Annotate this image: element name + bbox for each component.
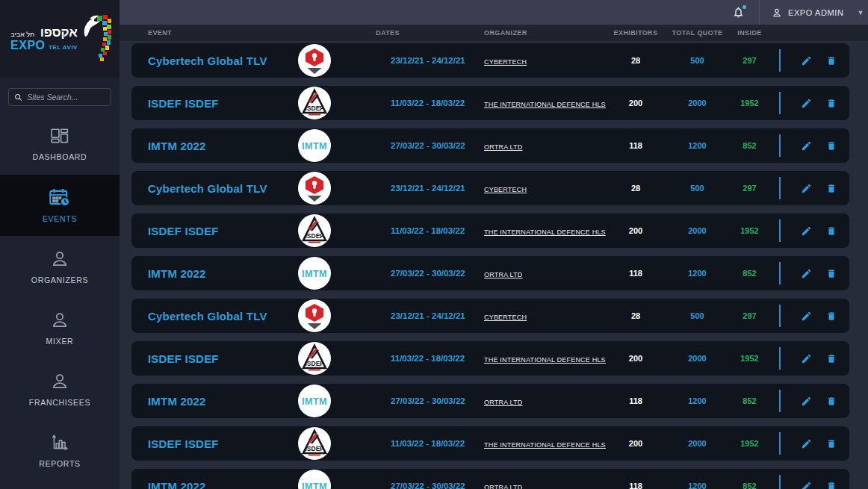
edit-button[interactable] — [801, 481, 812, 489]
organizer-link[interactable]: CYBERTECH — [484, 186, 527, 193]
sidebar: אקספו תל אביב EXPO TEL AVIV — [0, 0, 120, 489]
isdef-logo-icon: ISDEF — [298, 427, 331, 460]
organizer-link[interactable]: ORTRA LTD — [484, 399, 522, 406]
sidebar-item-label: REPORTS — [39, 459, 80, 468]
organizer-link[interactable]: THE INTERNATIONAL DEFENCE HLS — [484, 228, 606, 236]
delete-button[interactable] — [826, 353, 837, 364]
edit-button[interactable] — [801, 55, 812, 66]
logo-latin-sub: TEL AVIV — [49, 44, 78, 51]
trash-icon — [826, 98, 837, 109]
delete-button[interactable] — [826, 55, 837, 66]
trash-icon — [826, 268, 837, 279]
edit-button[interactable] — [801, 268, 812, 279]
organizer-link[interactable]: THE INTERNATIONAL DEFENCE HLS — [484, 356, 606, 364]
sidebar-item-dashboard[interactable]: DASHBOARD — [0, 113, 120, 175]
total-quote-value: 500 — [666, 311, 729, 320]
svg-text:IMTM: IMTM — [302, 482, 327, 489]
organizer-link[interactable]: ORTRA LTD — [484, 143, 522, 151]
person-icon — [50, 249, 69, 269]
isdef-logo-icon: ISDEF — [298, 214, 331, 247]
exhibitors-count: 28 — [606, 184, 666, 193]
event-dates: 11/03/22 - 18/03/22 — [341, 99, 479, 108]
total-quote-value: 2000 — [666, 99, 729, 108]
pencil-icon — [801, 311, 812, 322]
inside-count: 1952 — [729, 226, 770, 235]
organizer-link[interactable]: THE INTERNATIONAL DEFENCE HLS — [484, 441, 606, 449]
organizer-link[interactable]: CYBERTECH — [484, 314, 527, 321]
exhibitors-count: 118 — [606, 269, 666, 278]
trash-icon — [826, 225, 837, 237]
edit-button[interactable] — [801, 438, 812, 449]
event-logo: ISDEF IMTM — [298, 299, 331, 332]
organizer-link[interactable]: ORTRA LTD — [484, 484, 522, 489]
logo-latin-main: EXPO — [10, 39, 45, 52]
delete-button[interactable] — [826, 183, 837, 194]
table-row: ISDEF ISDEF ISDEF — [131, 86, 849, 120]
inside-count: 852 — [729, 269, 770, 278]
organizer-link[interactable]: CYBERTECH — [484, 58, 527, 66]
total-quote-value: 1200 — [666, 482, 729, 489]
notifications-button[interactable] — [732, 6, 745, 19]
event-dates: 27/03/22 - 30/03/22 — [341, 269, 479, 278]
chevron-down-icon: ▼ — [857, 9, 864, 16]
edit-button[interactable] — [801, 183, 812, 194]
sites-search-input[interactable] — [27, 93, 105, 102]
exhibitors-count: 118 — [606, 396, 666, 405]
edit-button[interactable] — [801, 396, 812, 407]
pencil-icon — [801, 396, 812, 407]
sidebar-item-franchisees[interactable]: FRANCHISEES — [0, 358, 120, 420]
delete-button[interactable] — [826, 396, 837, 407]
sidebar-item-label: ORGANIZERS — [31, 275, 88, 284]
organizer-link[interactable]: THE INTERNATIONAL DEFENCE HLS — [484, 101, 606, 108]
table-row: IMTM 2022 ISDEF — [131, 128, 849, 163]
delete-button[interactable] — [826, 481, 837, 489]
event-dates: 27/03/22 - 30/03/22 — [341, 482, 479, 489]
pencil-icon — [801, 225, 812, 237]
cybertech-logo-icon — [298, 172, 331, 205]
delete-button[interactable] — [826, 225, 837, 237]
delete-button[interactable] — [826, 268, 837, 279]
sidebar-item-mixer[interactable]: MIXER — [0, 297, 120, 358]
delete-button[interactable] — [826, 140, 837, 152]
user-icon — [772, 7, 782, 18]
user-menu[interactable]: EXPO ADMIN ▼ — [760, 0, 868, 25]
trash-icon — [826, 183, 837, 194]
total-quote-value: 500 — [666, 56, 729, 65]
edit-button[interactable] — [801, 311, 812, 322]
delete-button[interactable] — [826, 98, 837, 109]
exhibitors-count: 118 — [606, 141, 666, 150]
sidebar-item-label: FRANCHISEES — [29, 398, 90, 407]
edit-button[interactable] — [801, 140, 812, 152]
exhibitors-count: 28 — [606, 311, 666, 320]
actions-divider — [779, 432, 781, 455]
edit-button[interactable] — [801, 353, 812, 364]
delete-button[interactable] — [826, 438, 837, 449]
calendar-clock-icon — [49, 187, 71, 208]
sidebar-item-events[interactable]: EVENTS — [0, 175, 120, 236]
actions-divider — [779, 177, 781, 199]
inside-count: 852 — [729, 482, 770, 489]
sidebar-item-organizers[interactable]: ORGANIZERS — [0, 236, 120, 297]
pencil-icon — [801, 481, 812, 489]
event-name: IMTM 2022 — [131, 267, 288, 280]
organizer-link[interactable]: ORTRA LTD — [484, 271, 522, 278]
trash-icon — [826, 396, 837, 407]
dashboard-icon — [50, 128, 69, 146]
event-logo: ISDEF IMTM — [298, 172, 331, 205]
sidebar-item-reports[interactable]: REPORTS — [0, 420, 120, 481]
inside-count: 1952 — [729, 439, 770, 448]
inside-count: 297 — [729, 184, 770, 193]
svg-text:IMTM: IMTM — [302, 269, 327, 279]
imtm-logo-icon: IMTM — [298, 384, 331, 417]
edit-button[interactable] — [801, 98, 812, 109]
search-icon — [14, 93, 22, 102]
table-row: IMTM 2022 ISDEF — [131, 469, 849, 489]
delete-button[interactable] — [826, 311, 837, 322]
column-header-exhibitors: EXHIBITORS — [606, 29, 666, 37]
total-quote-value: 1200 — [666, 396, 729, 405]
actions-divider — [779, 390, 781, 412]
edit-button[interactable] — [801, 225, 812, 237]
table-row: ISDEF ISDEF ISDEF — [131, 214, 849, 248]
column-header-dates: DATES — [341, 29, 479, 37]
event-name: ISDEF ISDEF — [131, 225, 288, 237]
